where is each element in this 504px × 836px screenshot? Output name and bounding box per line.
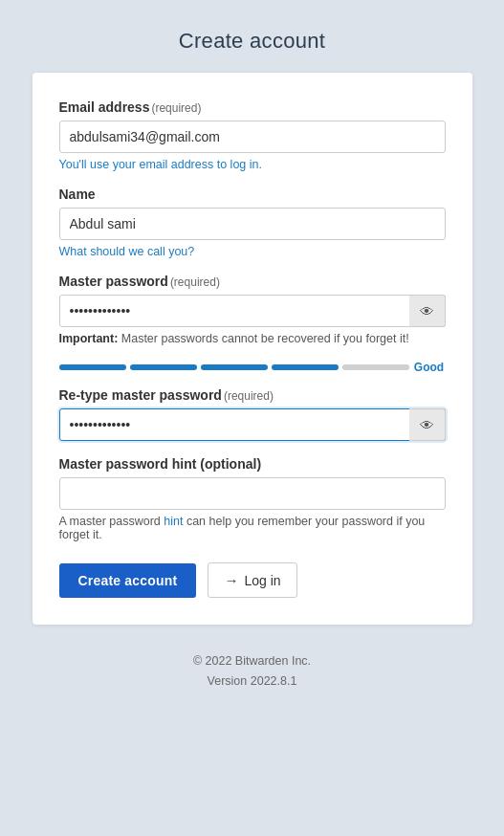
password-input-wrapper: 👁	[59, 295, 446, 327]
hint-hint-highlight: hint	[164, 515, 183, 528]
create-account-card: Email address(required) You'll use your …	[33, 73, 472, 625]
strength-bar-5	[342, 364, 409, 370]
retype-input[interactable]	[59, 408, 446, 441]
eye-icon: 👁	[420, 303, 434, 319]
password-hint: Important: Master passwords cannot be re…	[59, 332, 446, 345]
email-group: Email address(required) You'll use your …	[59, 99, 446, 171]
email-label: Email address(required)	[59, 99, 446, 115]
login-arrow-icon: →	[224, 572, 238, 588]
retype-label: Re-type master password(required)	[59, 387, 446, 403]
login-button[interactable]: → Log in	[208, 562, 296, 598]
password-input[interactable]	[59, 295, 446, 327]
button-row: Create account → Log in	[59, 562, 446, 598]
retype-eye-icon: 👁	[420, 417, 434, 433]
name-hint: What should we call you?	[59, 245, 446, 258]
name-group: Name What should we call you?	[59, 187, 446, 258]
retype-input-wrapper: 👁	[59, 408, 446, 441]
strength-bar-4	[272, 364, 339, 370]
password-label: Master password(required)	[59, 274, 446, 289]
hint-hint: A master password hint can help you reme…	[59, 515, 446, 541]
footer-copyright: © 2022 Bitwarden Inc.	[193, 651, 311, 671]
strength-bar-3	[201, 364, 268, 370]
password-toggle-btn[interactable]: 👁	[409, 295, 446, 327]
footer: © 2022 Bitwarden Inc. Version 2022.8.1	[193, 651, 311, 693]
page-title: Create account	[179, 29, 325, 54]
hint-input[interactable]	[59, 477, 446, 510]
retype-toggle-btn[interactable]: 👁	[409, 408, 446, 441]
strength-bar-container: Good	[59, 361, 446, 374]
name-label: Name	[59, 187, 446, 202]
create-account-button[interactable]: Create account	[59, 563, 197, 598]
email-input[interactable]	[59, 121, 446, 153]
password-group: Master password(required) 👁 Important: M…	[59, 274, 446, 345]
retype-group: Re-type master password(required) 👁	[59, 387, 446, 441]
strength-label: Good	[413, 361, 446, 374]
name-input[interactable]	[59, 208, 446, 240]
hint-group: Master password hint (optional) A master…	[59, 456, 446, 541]
strength-bar-1	[59, 364, 126, 370]
email-hint: You'll use your email address to log in.	[59, 158, 446, 171]
footer-version: Version 2022.8.1	[193, 671, 311, 692]
strength-bar-2	[130, 364, 197, 370]
hint-label: Master password hint (optional)	[59, 456, 446, 472]
